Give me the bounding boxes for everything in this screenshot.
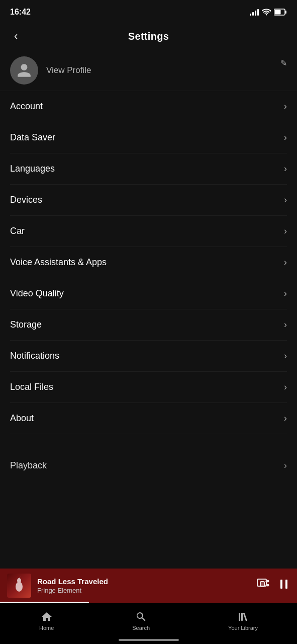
album-art-icon xyxy=(12,577,27,595)
now-playing-title: Road Less Traveled xyxy=(37,577,257,586)
now-playing-controls xyxy=(257,578,290,594)
now-playing-bar[interactable]: Road Less Traveled Fringe Element xyxy=(0,569,297,603)
settings-label-voice-assistants: Voice Assistants & Apps xyxy=(10,257,107,268)
device-connect-svg xyxy=(257,579,271,590)
svg-rect-16 xyxy=(241,613,243,621)
user-icon xyxy=(16,62,32,78)
view-profile-label: View Profile xyxy=(46,65,91,75)
profile-row[interactable]: View Profile ✎ xyxy=(0,50,297,91)
edit-profile-icon[interactable]: ✎ xyxy=(280,58,287,68)
chevron-icon-playback: › xyxy=(284,460,287,471)
chevron-icon-local-files: › xyxy=(284,382,287,392)
settings-label-notifications: Notifications xyxy=(10,351,59,361)
pause-svg xyxy=(278,578,290,590)
chevron-icon-car: › xyxy=(284,226,287,236)
svg-rect-13 xyxy=(280,580,282,589)
chevron-icon-account: › xyxy=(284,101,287,112)
chevron-icon-voice-assistants: › xyxy=(284,257,287,268)
nav-item-home[interactable]: Home xyxy=(29,607,64,635)
svg-point-4 xyxy=(17,578,21,583)
nav-label-home: Home xyxy=(39,625,54,631)
back-button[interactable]: ‹ xyxy=(10,28,22,45)
settings-label-car: Car xyxy=(10,226,25,236)
partial-settings-item-playback[interactable]: Playback › xyxy=(0,450,297,474)
chevron-icon-notifications: › xyxy=(284,351,287,361)
settings-item-notifications[interactable]: Notifications › xyxy=(10,341,287,372)
home-indicator xyxy=(119,639,179,641)
settings-label-data-saver: Data Saver xyxy=(10,132,55,143)
status-bar: 16:42 xyxy=(0,0,297,22)
settings-label-playback: Playback xyxy=(10,460,47,471)
chevron-icon-data-saver: › xyxy=(284,132,287,143)
settings-item-about[interactable]: About › xyxy=(10,403,287,434)
svg-point-10 xyxy=(267,584,269,587)
album-art-image xyxy=(7,574,31,598)
settings-label-storage: Storage xyxy=(10,319,42,330)
svg-rect-15 xyxy=(239,613,240,621)
settings-item-video-quality[interactable]: Video Quality › xyxy=(10,278,287,309)
search-icon xyxy=(135,611,147,623)
wifi-icon xyxy=(262,9,271,16)
nav-label-library: Your Library xyxy=(228,625,258,631)
settings-item-local-files[interactable]: Local Files › xyxy=(10,372,287,403)
status-time: 16:42 xyxy=(10,8,31,17)
settings-item-storage[interactable]: Storage › xyxy=(10,309,287,341)
bottom-nav: Home Search Your Library xyxy=(0,603,297,644)
now-playing-info: Road Less Traveled Fringe Element xyxy=(37,577,257,594)
settings-list: Account › Data Saver › Languages › Devic… xyxy=(0,91,297,434)
album-art xyxy=(7,574,31,598)
settings-label-about: About xyxy=(10,413,34,424)
chevron-icon-video-quality: › xyxy=(284,288,287,299)
page-title: Settings xyxy=(128,31,169,42)
svg-rect-2 xyxy=(275,10,281,15)
now-playing-artist: Fringe Element xyxy=(37,587,257,594)
nav-label-search: Search xyxy=(132,625,150,631)
signal-icon xyxy=(250,9,259,16)
nav-item-search[interactable]: Search xyxy=(122,607,160,635)
home-icon xyxy=(41,611,53,623)
settings-label-languages: Languages xyxy=(10,164,55,174)
chevron-icon-languages: › xyxy=(284,164,287,174)
library-icon xyxy=(237,611,249,623)
settings-item-account[interactable]: Account › xyxy=(10,91,287,122)
chevron-icon-storage: › xyxy=(284,319,287,330)
avatar xyxy=(10,56,38,85)
nav-item-library[interactable]: Your Library xyxy=(218,607,268,635)
svg-point-9 xyxy=(267,580,269,583)
settings-item-data-saver[interactable]: Data Saver › xyxy=(10,122,287,153)
settings-item-voice-assistants[interactable]: Voice Assistants & Apps › xyxy=(10,247,287,278)
chevron-icon-about: › xyxy=(284,413,287,424)
settings-item-languages[interactable]: Languages › xyxy=(10,153,287,185)
svg-rect-14 xyxy=(285,580,287,589)
svg-rect-1 xyxy=(285,11,287,14)
status-icons xyxy=(250,9,287,16)
pause-button[interactable] xyxy=(278,578,290,594)
header: ‹ Settings xyxy=(0,22,297,50)
chevron-icon-devices: › xyxy=(284,195,287,205)
svg-rect-8 xyxy=(261,582,264,586)
settings-item-devices[interactable]: Devices › xyxy=(10,185,287,216)
settings-label-account: Account xyxy=(10,101,43,112)
settings-label-local-files: Local Files xyxy=(10,382,53,392)
settings-label-video-quality: Video Quality xyxy=(10,288,64,299)
settings-label-devices: Devices xyxy=(10,195,42,205)
connect-device-icon[interactable] xyxy=(257,579,271,593)
settings-item-car[interactable]: Car › xyxy=(10,216,287,247)
battery-icon xyxy=(274,9,287,16)
